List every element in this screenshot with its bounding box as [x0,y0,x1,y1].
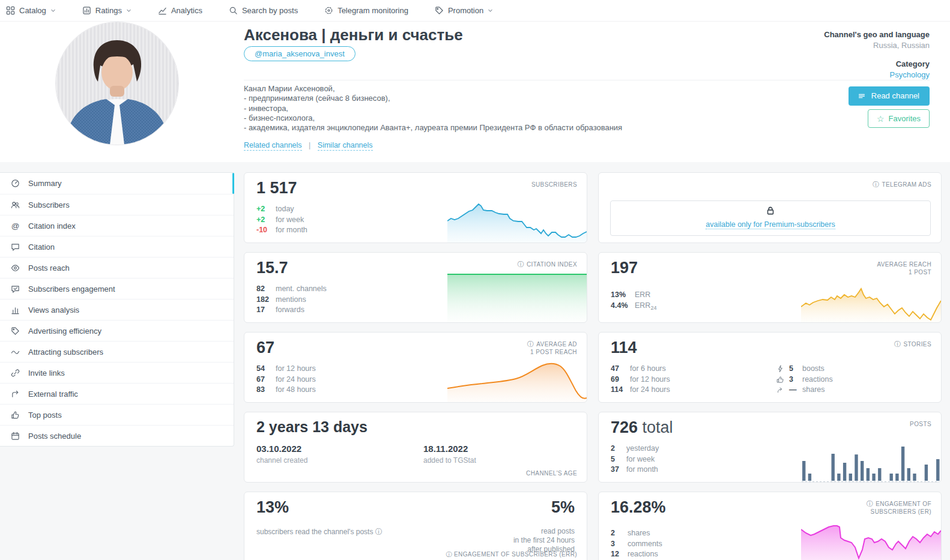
telegram-ads-card-label: ⓘTELEGRAM ADS [873,181,931,188]
citation-index-chart [447,271,587,323]
engagement-icon [11,285,20,294]
engagement-chart [801,521,941,560]
sidebar-item-attracting-subscribers[interactable]: Attracting subscribers [0,341,234,362]
sidebar-item-advertising-efficiency[interactable]: Advertising efficiency [0,320,234,341]
favorites-button[interactable]: ☆ Favorites [868,109,930,128]
info-icon[interactable]: ⓘ [517,260,524,268]
posts-total: 726 total [611,418,673,437]
page: Catalog Ratings Analytics Search by post… [0,0,950,560]
sidebar-item-subscribers-engagement[interactable]: Subscribers engagement [0,278,234,299]
subscribers-card: 1 517 SUBSCRIBERS +2today +2for week -10… [244,172,587,243]
nav-item-catalog[interactable]: Catalog [6,6,56,15]
external-arrow-icon [11,390,20,399]
posts-bar-chart [802,443,941,483]
sidebar-item-top-posts[interactable]: Top posts [0,404,234,425]
nav-item-search-by-posts[interactable]: Search by posts [229,6,298,15]
related-channels-link[interactable]: Related channels [244,141,302,151]
info-icon[interactable]: ⓘ [894,340,901,348]
tag-icon [11,327,20,336]
posts-card-label: POSTS [910,420,931,428]
info-icon[interactable]: ⓘ [867,500,873,507]
engagement-value: 16.28% [611,498,666,517]
subscribers-count: 1 517 [256,179,297,197]
stories-card-label: ⓘSTORIES [894,340,931,348]
read-channel-button[interactable]: Read channel [849,86,930,106]
engagement-card: 16.28% ⓘENGAGEMENT OF SUBSCRIBERS (ER) 2… [598,492,942,560]
stories-value: 114 [611,339,637,357]
channel-links: Related channels | Similar channels [244,141,373,149]
read-24h-value: 5% [551,498,575,517]
average-reach-stats: 13%ERR 4.4%ERR24 [611,290,656,313]
lock-icon [765,205,776,216]
sidebar-item-citation[interactable]: Citation [0,236,234,257]
stories-side-stats: 5boosts 3reactions —shares [776,364,833,396]
star-icon: ☆ [877,115,885,123]
info-icon[interactable]: ⓘ [375,528,383,536]
read-rate-label: subscribers read the channel's posts ⓘ [256,527,383,537]
nav-label: Telegram monitoring [337,6,408,15]
promotion-icon [435,6,444,15]
nav-item-promotion[interactable]: Promotion [435,6,493,15]
average-ad-reach-stats: 54for 12 hours 67for 24 hours 83for 48 h… [256,364,316,396]
share-icon [776,386,784,394]
sidebar-item-summary[interactable]: Summary [0,173,234,194]
channel-title: Аксенова | деньги и счастье [244,26,463,44]
sidebar-item-invite-links[interactable]: Invite links [0,362,234,383]
at-icon: @ [11,221,20,230]
sidebar-item-posts-reach[interactable]: Posts reach [0,257,234,278]
read-rate-card: 13% subscribers read the channel's posts… [244,492,587,560]
average-ad-reach-chart [447,354,587,403]
category-label: Category [824,59,930,68]
nav-label: Analytics [171,6,202,15]
added-to-tgstat: 18.11.2022 added to TGStat [423,444,476,465]
bar-chart-icon [11,306,20,315]
average-reach-card: 197 AVERAGE REACH 1 POST 13%ERR 4.4%ERR2… [598,252,942,323]
thumb-up-icon [776,376,784,384]
monitoring-icon [324,6,333,15]
nav-label: Promotion [448,6,483,15]
citation-index-value: 15.7 [256,259,288,277]
premium-subscribers-link[interactable]: available only for Premium-subscribers [706,220,835,229]
summary-sidebar: Summary Subscribers @ Citation index Cit… [0,172,234,447]
average-reach-card-label: AVERAGE REACH 1 POST [877,260,931,276]
subscribers-card-label: SUBSCRIBERS [531,181,577,188]
avatar-portrait [56,22,178,145]
nav-item-telegram-monitoring[interactable]: Telegram monitoring [324,6,408,15]
list-lines-icon [858,92,866,100]
sidebar-item-posts-schedule[interactable]: Posts schedule [0,425,234,446]
top-navbar: Catalog Ratings Analytics Search by post… [0,0,950,22]
sidebar-item-external-traffic[interactable]: External traffic [0,383,234,404]
nav-label: Ratings [95,6,122,15]
header-divider [244,80,930,80]
sidebar-item-subscribers[interactable]: Subscribers [0,194,234,215]
sidebar-item-views-analysis[interactable]: Views analysis [0,299,234,320]
premium-locked-box: available only for Premium-subscribers [610,200,931,236]
engagement-stats: 2shares 3comments 12reactions [611,528,662,560]
channel-username[interactable]: @maria_aksenova_invest [244,46,355,61]
similar-channels-link[interactable]: Similar channels [318,141,373,151]
geo-label: Channel's geo and language [824,30,930,39]
users-icon [11,200,20,209]
channel-created: 03.10.2022 channel created [256,444,307,465]
channel-header: Аксенова | деньги и счастье @maria_aksen… [0,22,950,162]
channel-avatar [56,22,178,145]
thumb-up-icon [11,411,20,420]
nav-item-ratings[interactable]: Ratings [82,6,132,15]
read-rate-value: 13% [256,498,289,517]
info-icon[interactable]: ⓘ [446,551,452,558]
calendar-icon [11,432,20,441]
category-value-link[interactable]: Psychology [824,70,930,79]
info-icon[interactable]: ⓘ [873,181,879,188]
posts-stats: 2yesterday 5for week 37for month [611,444,659,475]
channel-age-card: 2 years 13 days 03.10.2022 channel creat… [244,412,587,483]
nav-item-analytics[interactable]: Analytics [158,6,202,15]
sidebar-item-citation-index[interactable]: @ Citation index [0,215,234,236]
channel-age-card-label: CHANNEL'S AGE [526,470,577,477]
boost-icon [776,365,784,373]
grid-icon [6,6,15,15]
err-section-label: ⓘ ENGAGEMENT OF SUBSCRIBERS (ERR) [446,550,577,559]
eye-icon [11,263,20,272]
subscribers-chart [447,196,587,243]
info-icon[interactable]: ⓘ [527,340,534,348]
chat-icon [11,242,20,251]
